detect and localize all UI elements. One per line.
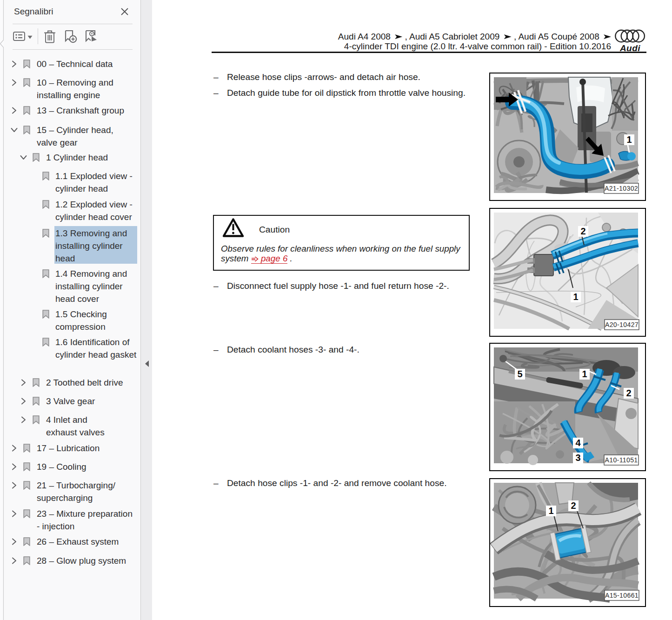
svg-text:2: 2 — [626, 388, 631, 398]
svg-text:1: 1 — [626, 134, 632, 145]
svg-text:1: 1 — [582, 369, 587, 379]
svg-text:3: 3 — [575, 453, 580, 463]
svg-text:2: 2 — [580, 226, 586, 236]
svg-text:A10-11051: A10-11051 — [605, 456, 638, 464]
svg-text:A15-10661: A15-10661 — [605, 592, 639, 599]
svg-text:1: 1 — [548, 506, 553, 516]
svg-text:2: 2 — [571, 500, 576, 511]
svg-text:1: 1 — [573, 292, 578, 302]
svg-text:Audi: Audi — [619, 43, 640, 53]
svg-text:4: 4 — [575, 438, 581, 448]
svg-text:A21-10302: A21-10302 — [605, 185, 638, 192]
svg-text:5: 5 — [517, 369, 522, 379]
svg-text:A20-10427: A20-10427 — [605, 321, 639, 328]
